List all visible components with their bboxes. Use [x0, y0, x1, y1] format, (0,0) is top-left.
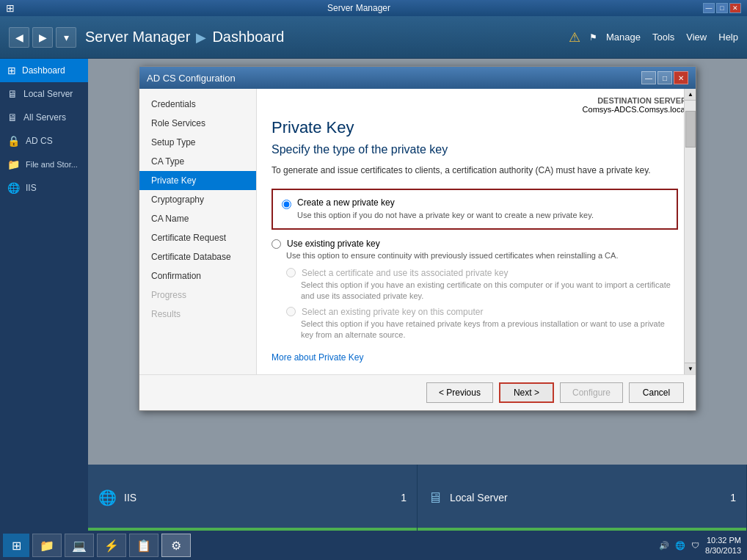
all-servers-icon: 🖥 — [7, 112, 18, 123]
local-server-icon: 🖥 — [7, 88, 18, 100]
nav-private-key[interactable]: Private Key — [139, 171, 256, 190]
local-server-panel-title: Local Server — [450, 492, 723, 503]
destination-server-label: DESTINATION SERVER — [583, 96, 687, 105]
local-server-panel[interactable]: 🖥 Local Server 1 — [418, 465, 747, 531]
title-bar: ⊞ Server Manager — □ ✕ — [0, 0, 747, 16]
dialog-nav: Credentials Role Services Setup Type CA … — [139, 89, 257, 374]
nav-ca-type[interactable]: CA Type — [139, 152, 256, 171]
dialog-title: AD CS Configuration — [147, 73, 236, 84]
nav-setup-type[interactable]: Setup Type — [139, 133, 256, 152]
sidebar-label-local-server: Local Server — [23, 89, 73, 99]
dialog-footer: < Previous Next > Configure Cancel — [139, 374, 696, 410]
taskbar-computer[interactable]: 💻 — [65, 534, 94, 557]
sidebar-item-dashboard[interactable]: ⊞ Dashboard — [0, 59, 88, 82]
page-subtitle: Specify the type of the private key — [272, 143, 678, 156]
dashboard-icon: ⊞ — [7, 65, 16, 76]
nav-certificate-database[interactable]: Certificate Database — [139, 247, 256, 266]
app-name: Server Manager — [85, 29, 190, 46]
nav-credentials[interactable]: Credentials — [139, 95, 256, 114]
taskbar-file-explorer[interactable]: 📁 — [32, 534, 62, 557]
sidebar-label-iis: IIS — [26, 183, 37, 193]
sidebar-label-ad-cs: AD CS — [26, 136, 53, 146]
option1-label: Create a new private key — [297, 197, 594, 208]
local-server-panel-icon: 🖥 — [428, 490, 442, 506]
file-storage-icon: 📁 — [7, 159, 20, 170]
dropdown-button[interactable]: ▾ — [56, 27, 76, 48]
taskbar-notes[interactable]: 📋 — [129, 534, 158, 557]
main-toolbar: ◀ ▶ ▾ Server Manager ▶ Dashboard ⚠ ⚑ Man… — [0, 16, 747, 59]
scroll-up-button[interactable]: ▲ — [685, 89, 696, 101]
sidebar-label-all-servers: All Servers — [23, 112, 66, 123]
nav-confirmation[interactable]: Confirmation — [139, 266, 256, 286]
app-icon: ⊞ — [6, 2, 15, 14]
sidebar-item-iis[interactable]: 🌐 IIS — [0, 176, 88, 200]
dialog-titlebar: AD CS Configuration — □ ✕ — [139, 67, 696, 89]
tools-menu[interactable]: Tools — [652, 32, 674, 43]
sub-option2-container: Select an existing private key on this c… — [286, 307, 678, 341]
option2-radio[interactable] — [272, 239, 281, 249]
sidebar-item-file-storage[interactable]: 📁 File and Stor... — [0, 153, 88, 176]
view-menu[interactable]: View — [686, 32, 707, 43]
navigation-buttons: ◀ ▶ ▾ — [9, 27, 76, 48]
start-button[interactable]: ⊞ — [3, 534, 29, 557]
sidebar-item-all-servers[interactable]: 🖥 All Servers — [0, 106, 88, 129]
iis-panel[interactable]: 🌐 IIS 1 — [88, 465, 418, 531]
dialog-minimize-button[interactable]: — — [641, 71, 656, 84]
close-button[interactable]: ✕ — [729, 3, 741, 13]
taskbar: ⊞ 📁 💻 ⚡ 📋 ⚙ 🔊 🌐 🛡 10:32 PM 8/30/2013 — [0, 531, 747, 560]
help-menu[interactable]: Help — [718, 32, 738, 43]
configure-button: Configure — [560, 382, 623, 403]
more-about-link[interactable]: More about Private Key — [272, 352, 363, 363]
window-title: Server Manager — [15, 3, 703, 13]
scroll-down-button[interactable]: ▼ — [685, 363, 696, 374]
sub-option1-label: Select a certificate and use its associa… — [302, 268, 508, 278]
previous-button[interactable]: < Previous — [426, 382, 493, 403]
next-button[interactable]: Next > — [499, 382, 554, 403]
adcs-dialog: AD CS Configuration — □ ✕ Credentials Ro… — [139, 66, 696, 411]
local-server-panel-count: 1 — [730, 492, 736, 503]
taskbar-security-icon: 🛡 — [691, 541, 699, 550]
menu-bar: Manage Tools View Help — [606, 32, 738, 43]
dialog-close-button[interactable]: ✕ — [674, 71, 688, 84]
sub-option1-container: Select a certificate and use its associa… — [286, 268, 678, 302]
dialog-window-controls: — □ ✕ — [641, 71, 688, 84]
sub-option2-radio — [286, 307, 296, 316]
toolbar-title: Server Manager ▶ Dashboard — [85, 29, 284, 46]
option2-label: Use existing private key — [287, 239, 380, 249]
taskbar-server-manager[interactable]: ⚙ — [161, 534, 191, 557]
maximize-button[interactable]: □ — [716, 3, 728, 13]
nav-ca-name[interactable]: CA Name — [139, 209, 256, 228]
sub-option2-label: Select an existing private key on this c… — [302, 307, 483, 317]
taskbar-powershell[interactable]: ⚡ — [97, 534, 126, 557]
iis-panel-count: 1 — [401, 492, 407, 503]
sidebar-item-ad-cs[interactable]: 🔒 AD CS — [0, 129, 88, 153]
sidebar-item-local-server[interactable]: 🖥 Local Server — [0, 82, 88, 106]
cancel-button[interactable]: Cancel — [629, 382, 684, 403]
sidebar-label-dashboard: Dashboard — [22, 65, 65, 76]
nav-role-services[interactable]: Role Services — [139, 114, 256, 133]
breadcrumb-separator: ▶ — [196, 29, 206, 46]
minimize-button[interactable]: — — [703, 3, 715, 13]
scroll-thumb[interactable] — [685, 111, 696, 148]
iis-panel-content: IIS — [124, 492, 393, 503]
back-button[interactable]: ◀ — [9, 27, 29, 48]
destination-server-info: DESTINATION SERVER Comsys-ADCS.Comsys.lo… — [583, 96, 687, 114]
option1-radio[interactable] — [282, 200, 291, 209]
nav-certificate-request[interactable]: Certificate Request — [139, 228, 256, 247]
option1-desc: Use this option if you do not have a pri… — [297, 210, 594, 221]
forward-button[interactable]: ▶ — [32, 27, 53, 48]
nav-cryptography[interactable]: Cryptography — [139, 190, 256, 209]
right-panel: AD CS Configuration — □ ✕ Credentials Ro… — [88, 59, 747, 560]
sub-option1-radio — [286, 268, 296, 277]
scrollbar[interactable]: ▲ ▼ — [684, 89, 696, 374]
option2-desc: Use this option to ensure continuity wit… — [286, 250, 678, 261]
dialog-content-panel: DESTINATION SERVER Comsys-ADCS.Comsys.lo… — [257, 89, 696, 374]
iis-panel-title: IIS — [124, 492, 393, 503]
flag-icon: ⚑ — [589, 32, 597, 43]
iis-icon: 🌐 — [7, 182, 20, 194]
bottom-server-panels: 🌐 IIS 1 🖥 Local Server 1 — [88, 465, 747, 531]
dialog-maximize-button[interactable]: □ — [657, 71, 672, 84]
manage-menu[interactable]: Manage — [606, 32, 641, 43]
taskbar-date-display: 8/30/2013 — [705, 545, 741, 556]
nav-progress: Progress — [139, 286, 256, 305]
